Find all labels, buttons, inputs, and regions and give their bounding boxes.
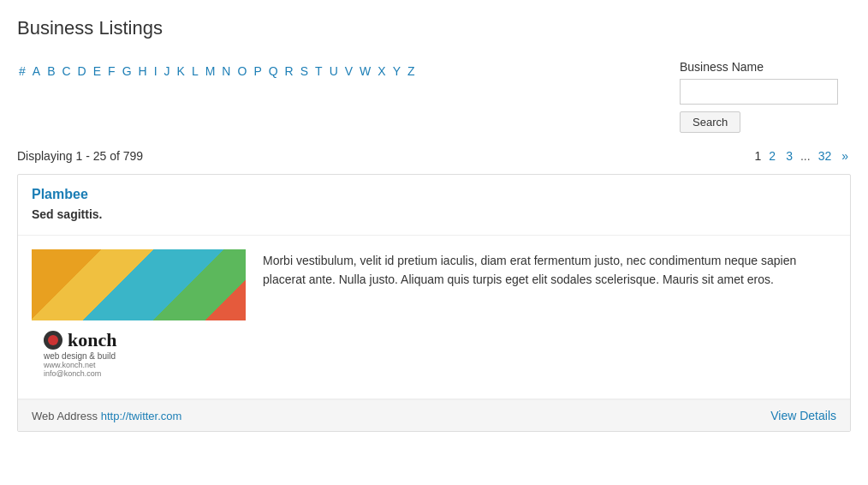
web-address-url[interactable]: http://twitter.com [101, 410, 182, 422]
alpha-nav-q[interactable]: Q [267, 63, 280, 79]
top-bar: # A B C D E F G H I J K L M N O P Q R S … [17, 60, 851, 133]
pagination: 1 2 3 ... 32 » [755, 148, 851, 164]
alpha-nav-g[interactable]: G [121, 63, 134, 79]
alpha-nav-b[interactable]: B [45, 63, 56, 79]
alpha-nav-f[interactable]: F [106, 63, 117, 79]
konch-logo-area: konch web design & build www.konch.net i… [32, 320, 246, 385]
alpha-nav-k[interactable]: K [175, 63, 187, 79]
alpha-nav-y[interactable]: Y [391, 63, 402, 79]
alpha-nav-j[interactable]: J [163, 63, 172, 79]
alpha-nav-z[interactable]: Z [406, 63, 417, 79]
alpha-nav-a[interactable]: A [31, 63, 42, 79]
alpha-nav: # A B C D E F G H I J K L M N O P Q R S … [17, 60, 417, 79]
page-3[interactable]: 3 [783, 148, 795, 164]
pagination-bar: Displaying 1 - 25 of 799 1 2 3 ... 32 » [17, 148, 851, 164]
alpha-nav-v[interactable]: V [343, 63, 354, 79]
konch-logo-sub: web design & build [44, 351, 234, 361]
konch-logo-url1: www.konch.net [44, 361, 234, 369]
search-button[interactable]: Search [680, 111, 740, 133]
alpha-nav-c[interactable]: C [60, 63, 72, 79]
listing-tagline: Sed sagittis. [32, 207, 836, 230]
business-name-label: Business Name [680, 60, 764, 74]
alpha-nav-l[interactable]: L [190, 63, 200, 79]
web-address: Web Address http://twitter.com [32, 410, 181, 422]
listing-name-link[interactable]: Plambee [32, 187, 88, 201]
web-address-label: Web Address [32, 410, 98, 422]
alpha-nav-d[interactable]: D [76, 63, 88, 79]
logo-row: konch [44, 329, 234, 351]
konch-logo-text: konch [68, 329, 116, 351]
search-section: Business Name Search [680, 60, 851, 133]
listing-image: konch web design & build www.konch.net i… [32, 249, 246, 385]
alpha-nav-h[interactable]: H [137, 63, 149, 79]
alpha-nav-n[interactable]: N [220, 63, 232, 79]
listing-header: Plambee Sed sagittis. [18, 175, 850, 236]
view-details-link[interactable]: View Details [770, 409, 836, 422]
page-32[interactable]: 32 [816, 148, 835, 164]
alpha-nav-o[interactable]: O [235, 63, 248, 79]
page-next[interactable]: » [839, 148, 851, 164]
alpha-nav-m[interactable]: M [204, 63, 217, 79]
alpha-nav-s[interactable]: S [299, 63, 310, 79]
konch-logo-url2: info@konch.com [44, 369, 234, 378]
listing-body: konch web design & build www.konch.net i… [18, 236, 850, 399]
alpha-nav-t[interactable]: T [313, 63, 324, 79]
alpha-nav-u[interactable]: U [328, 63, 340, 79]
listing-name: Plambee [32, 187, 836, 202]
alpha-nav-p[interactable]: P [252, 63, 263, 79]
displaying-text: Displaying 1 - 25 of 799 [17, 149, 143, 163]
alpha-nav-i[interactable]: I [152, 63, 159, 79]
alpha-nav-x[interactable]: X [376, 63, 387, 79]
alpha-nav-hash[interactable]: # [17, 63, 27, 79]
alpha-nav-r[interactable]: R [283, 63, 295, 79]
page-2[interactable]: 2 [766, 148, 778, 164]
page-title: Business Listings [17, 17, 851, 39]
business-name-input[interactable] [680, 79, 838, 105]
page-1: 1 [755, 149, 762, 163]
listing-image-bg: konch web design & build www.konch.net i… [32, 249, 246, 385]
listing-description: Morbi vestibulum, velit id pretium iacul… [263, 249, 836, 385]
konch-icon [44, 331, 62, 350]
alpha-nav-e[interactable]: E [92, 63, 103, 79]
listing-card: Plambee Sed sagittis. konch web design &… [17, 174, 851, 432]
page-ellipsis: ... [800, 149, 811, 163]
listing-footer: Web Address http://twitter.com View Deta… [18, 399, 850, 431]
alpha-nav-w[interactable]: W [358, 63, 372, 79]
